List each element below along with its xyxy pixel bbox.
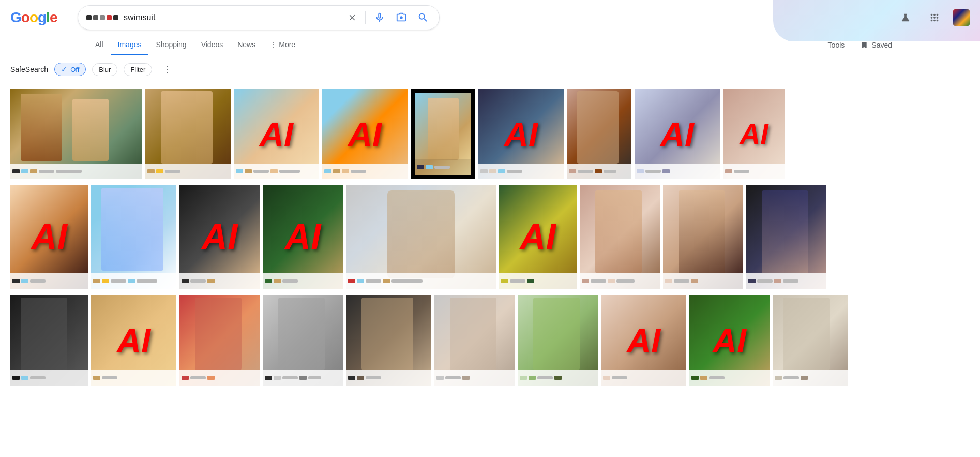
saved-button[interactable]: Saved: [860, 41, 892, 49]
search-button[interactable]: [415, 10, 431, 25]
image-meta: [723, 164, 785, 179]
image-meta: [478, 164, 564, 179]
image-item[interactable]: [346, 295, 431, 386]
image-meta: [663, 273, 743, 289]
ai-label: AI: [117, 321, 150, 360]
tools-button[interactable]: Tools: [821, 36, 852, 54]
image-item[interactable]: [346, 185, 496, 289]
image-item[interactable]: AI: [499, 185, 577, 289]
tab-images[interactable]: Images: [111, 35, 149, 55]
image-meta: [263, 273, 343, 289]
image-meta: [322, 164, 408, 179]
image-row-1: AI AI: [10, 89, 970, 179]
nav-bar: All Images Shopping Videos News ⋮ More T…: [0, 35, 980, 55]
ai-label: AI: [627, 321, 660, 360]
apps-button[interactable]: [924, 7, 945, 28]
tab-shopping[interactable]: Shopping: [148, 35, 193, 55]
search-input[interactable]: swimsuit: [124, 13, 340, 22]
image-meta: [91, 273, 176, 289]
image-item[interactable]: [434, 295, 515, 386]
image-item[interactable]: AI: [689, 295, 770, 386]
image-item[interactable]: AI: [322, 89, 408, 179]
svg-point-0: [400, 16, 403, 19]
header-right: [895, 7, 970, 28]
image-item[interactable]: AI: [478, 89, 564, 179]
checkmark-icon: ✓: [61, 65, 67, 73]
image-item[interactable]: [580, 185, 660, 289]
more-dots-icon: ⋮: [270, 40, 277, 49]
safe-search-bar: SafeSearch ✓ Off Blur Filter ⋮: [0, 55, 980, 83]
blur-button[interactable]: Blur: [92, 63, 117, 76]
more-options-button[interactable]: ⋮: [158, 62, 176, 77]
image-meta: [145, 164, 231, 179]
image-meta: [567, 164, 631, 179]
clear-button[interactable]: [345, 11, 359, 24]
image-item[interactable]: [10, 295, 88, 386]
image-item[interactable]: AI: [601, 295, 686, 386]
image-grid: AI AI: [0, 83, 980, 394]
ai-label: AI: [660, 114, 694, 153]
ai-label: AI: [260, 114, 293, 153]
image-item[interactable]: [91, 185, 176, 289]
ai-label: AI: [348, 114, 382, 153]
tab-videos[interactable]: Videos: [194, 35, 231, 55]
image-meta: [346, 370, 431, 386]
image-meta: [601, 370, 686, 386]
logo-text: Google: [10, 9, 57, 26]
image-meta: [10, 370, 88, 386]
image-item[interactable]: [663, 185, 743, 289]
image-item[interactable]: [263, 295, 343, 386]
image-meta: [179, 273, 260, 289]
image-item[interactable]: AI: [723, 89, 785, 179]
ai-label: AI: [202, 216, 238, 258]
tab-more[interactable]: ⋮ More: [263, 35, 303, 55]
search-bar[interactable]: swimsuit: [78, 5, 440, 30]
image-item[interactable]: AI: [91, 295, 176, 386]
image-meta: [234, 164, 319, 179]
ai-label: AI: [504, 114, 538, 153]
image-meta: [415, 159, 471, 175]
tab-all[interactable]: All: [88, 35, 111, 55]
saved-label: Saved: [871, 41, 892, 49]
image-meta: [10, 164, 142, 179]
search-divider: [365, 11, 366, 24]
tab-news[interactable]: News: [230, 35, 263, 55]
image-search-button[interactable]: [394, 10, 409, 25]
image-item[interactable]: [179, 295, 260, 386]
search-actions: [345, 10, 431, 25]
image-meta: [263, 370, 343, 386]
image-meta: [91, 370, 176, 386]
image-row-2: AI AI: [10, 185, 970, 289]
image-item[interactable]: [10, 89, 142, 179]
image-item[interactable]: AI: [10, 185, 88, 289]
image-item[interactable]: AI: [263, 185, 343, 289]
image-item[interactable]: [773, 295, 848, 386]
image-item[interactable]: [411, 89, 475, 179]
safe-search-toggle-label: Off: [70, 66, 79, 73]
header: Google swimsuit: [0, 0, 980, 35]
image-meta: [434, 370, 515, 386]
image-item[interactable]: [145, 89, 231, 179]
google-logo[interactable]: Google: [10, 9, 67, 26]
search-color-prefix: [86, 15, 118, 20]
filter-button[interactable]: Filter: [124, 63, 152, 76]
tab-more-label: More: [279, 40, 295, 49]
safe-search-label: SafeSearch: [10, 65, 48, 73]
image-item[interactable]: AI: [179, 185, 260, 289]
image-item[interactable]: [746, 185, 826, 289]
image-item[interactable]: [567, 89, 631, 179]
image-item[interactable]: [518, 295, 598, 386]
ai-label: AI: [520, 216, 556, 258]
image-meta: [635, 164, 720, 179]
ai-label: AI: [31, 216, 67, 258]
safe-search-toggle[interactable]: ✓ Off: [54, 63, 86, 76]
image-meta: [179, 370, 260, 386]
image-item[interactable]: AI: [635, 89, 720, 179]
labs-button[interactable]: [895, 7, 916, 28]
bookmark-icon: [860, 41, 868, 49]
avatar[interactable]: [953, 9, 970, 26]
image-meta: [10, 273, 88, 289]
image-item[interactable]: AI: [234, 89, 319, 179]
ai-label: AI: [285, 216, 321, 258]
voice-search-button[interactable]: [372, 10, 387, 25]
